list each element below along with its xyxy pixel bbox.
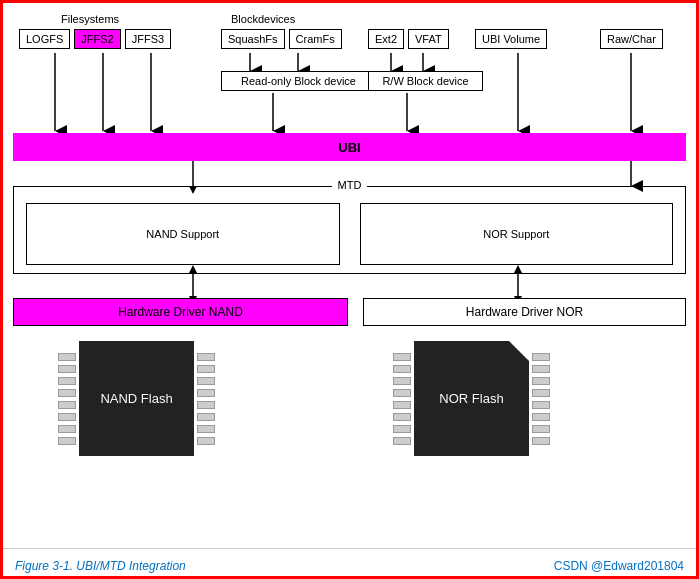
credit-label: CSDN @Edward201804 <box>554 559 684 573</box>
nor-support-box: NOR Support <box>360 203 674 265</box>
hw-driver-nor-bar: Hardware Driver NOR <box>363 298 686 326</box>
rw-block-device: R/W Block device <box>368 71 483 91</box>
jffs2-box: JFFS2 <box>74 29 120 49</box>
nor-flash-chip: NOR Flash <box>414 341 529 456</box>
figure-caption: Figure 3-1. UBI/MTD Integration <box>15 559 186 573</box>
nand-support-box: NAND Support <box>26 203 340 265</box>
nand-flash-chip: NAND Flash <box>79 341 194 456</box>
logfs-box: LOGFS <box>19 29 70 49</box>
ubi-bar: UBI <box>13 133 686 161</box>
ext2-box: Ext2 <box>368 29 404 49</box>
filesystems-label: Filesystems <box>61 13 119 25</box>
raw-char-box: Raw/Char <box>600 29 663 49</box>
blockdevices-label: Blockdevices <box>231 13 295 25</box>
mtd-label: MTD <box>332 179 368 191</box>
jffs3-box: JFFS3 <box>125 29 171 49</box>
vfat-box: VFAT <box>408 29 449 49</box>
readonly-block-device: Read-only Block device <box>221 71 376 91</box>
ubi-volume-box: UBI Volume <box>475 29 547 49</box>
hw-driver-nand-bar: Hardware Driver NAND <box>13 298 348 326</box>
squashfs-box: SquashFs <box>221 29 285 49</box>
cramfs-box: CramFs <box>289 29 342 49</box>
